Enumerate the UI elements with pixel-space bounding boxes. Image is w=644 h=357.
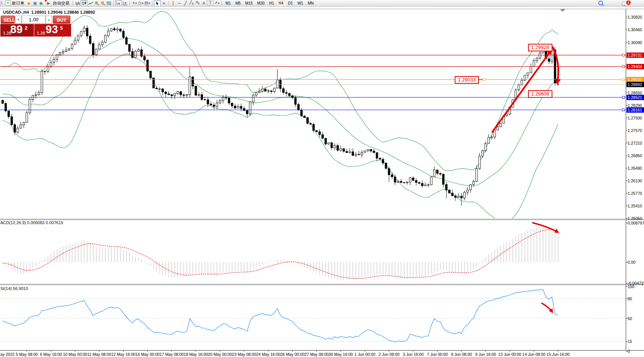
timeframe-button-h4[interactable]: H4 bbox=[277, 1, 286, 6]
toolbar-separator bbox=[113, 1, 114, 5]
top-toolbar: + 新订单 ◆ ▣ ◉ ▶ 自动交易 +▾ ◷▾ ▤▾ + │ ─ ╱ ╱E ≡… bbox=[0, 0, 644, 6]
bollinger-bands bbox=[3, 11, 558, 223]
chart-canvas[interactable] bbox=[0, 0, 644, 357]
horizontal-line-tool-icon[interactable]: ─ bbox=[176, 0, 182, 6]
vertical-line-tool-icon[interactable]: │ bbox=[170, 0, 176, 6]
macd-indicator bbox=[3, 226, 558, 280]
annotation-arrow-macd-turn-down bbox=[532, 223, 558, 232]
cursor-icon[interactable] bbox=[154, 0, 161, 6]
notification-badge: 1 bbox=[626, 0, 631, 5]
sell-button[interactable]: SELL bbox=[1, 16, 15, 24]
auto-trading-icon: ▶ bbox=[46, 0, 52, 6]
signal-icon[interactable]: ◉ bbox=[38, 0, 44, 6]
chat-icon[interactable]: 1 bbox=[622, 2, 628, 6]
timeframe-button-mn[interactable]: MN bbox=[306, 1, 316, 6]
volume-up-stepper[interactable]: ▲ bbox=[46, 16, 52, 24]
buy-quote-box[interactable]: 1.28 93 5 bbox=[34, 24, 71, 37]
sell-quote-box[interactable]: 1.28 89 2 bbox=[0, 24, 34, 37]
timeframe-button-d1[interactable]: D1 bbox=[286, 1, 295, 6]
buy-price-big: 93 bbox=[46, 23, 58, 36]
auto-trading-button[interactable]: ▶ 自动交易 bbox=[44, 0, 71, 6]
new-order-button[interactable]: + 新订单 bbox=[4, 0, 26, 6]
horizontal-level-lines[interactable] bbox=[0, 54, 626, 111]
new-order-label: 新订单 bbox=[12, 0, 24, 6]
sell-price-big: 89 bbox=[10, 23, 22, 36]
bar-chart-type-icon[interactable] bbox=[75, 0, 81, 6]
rsi-indicator bbox=[3, 290, 558, 342]
terminal-icon[interactable]: ▣ bbox=[32, 0, 38, 6]
arrows-tool-icon[interactable]: ↗▾ bbox=[214, 0, 220, 6]
toolbar-separator bbox=[152, 1, 152, 5]
one-click-trading-panel: SELL ▼ 1.00 ▲ BUY 1.28 89 2 1.28 93 5 bbox=[0, 15, 73, 37]
annotation-arrow-price-up-trend bbox=[492, 50, 551, 132]
zoom-in-icon[interactable] bbox=[94, 0, 100, 6]
toolbar-clipped-icon[interactable] bbox=[0, 1, 2, 5]
axis-ticks[interactable] bbox=[27, 17, 628, 352]
line-chart-type-icon[interactable] bbox=[87, 0, 94, 6]
toolbar-separator bbox=[130, 1, 130, 5]
templates-icon[interactable]: ▤▾ bbox=[144, 0, 151, 6]
toolbar-separator bbox=[221, 1, 222, 5]
timeframe-button-m1[interactable]: M1 bbox=[224, 1, 233, 6]
toolbar-separator bbox=[73, 1, 73, 5]
timeframe-button-h1[interactable]: H1 bbox=[267, 1, 276, 6]
timeframe-button-m30[interactable]: M30 bbox=[255, 1, 266, 6]
timeframe-button-m5[interactable]: M5 bbox=[233, 1, 243, 6]
buy-button[interactable]: BUY bbox=[53, 16, 70, 24]
auto-trading-label: 自动交易 bbox=[53, 0, 70, 6]
tile-windows-icon[interactable] bbox=[106, 0, 112, 6]
crosshair-icon[interactable]: + bbox=[161, 0, 167, 6]
trendline-tool-icon[interactable]: ╱ bbox=[182, 0, 189, 6]
timeframe-button-m15[interactable]: M15 bbox=[243, 1, 254, 6]
chart-markers bbox=[551, 9, 565, 48]
text-tool-icon[interactable]: A bbox=[201, 0, 207, 6]
annotation-arrow-rsi-turn-down bbox=[541, 303, 552, 312]
buy-price-sup: 5 bbox=[60, 25, 63, 31]
timeframe-button-w1[interactable]: W1 bbox=[295, 1, 305, 6]
cube-icon[interactable]: ◆ bbox=[26, 0, 32, 6]
auto-scroll-icon[interactable] bbox=[115, 0, 122, 6]
zoom-out-icon[interactable] bbox=[100, 0, 106, 6]
periods-clock-icon[interactable]: ◷▾ bbox=[138, 0, 144, 6]
new-order-icon: + bbox=[5, 0, 11, 6]
buy-price-prefix: 1.28 bbox=[37, 31, 45, 35]
add-indicator-icon[interactable]: +▾ bbox=[132, 0, 138, 6]
fibonacci-tool-icon[interactable]: ≡F bbox=[195, 0, 201, 7]
search-icon[interactable] bbox=[598, 1, 603, 5]
chart-frame bbox=[0, 9, 644, 351]
toolbar-separator bbox=[168, 1, 169, 5]
equidistant-channel-tool-icon[interactable]: ╱E bbox=[189, 0, 195, 7]
text-label-tool-icon[interactable]: T bbox=[207, 0, 214, 6]
sell-price-sup: 2 bbox=[25, 25, 27, 31]
volume-down-stepper[interactable]: ▼ bbox=[15, 16, 22, 24]
trend-annotation-arrows[interactable] bbox=[492, 46, 558, 312]
chart-shift-icon[interactable] bbox=[122, 0, 128, 6]
candlestick-chart-type-icon[interactable] bbox=[81, 0, 87, 6]
volume-input[interactable]: 1.00 bbox=[22, 16, 46, 24]
